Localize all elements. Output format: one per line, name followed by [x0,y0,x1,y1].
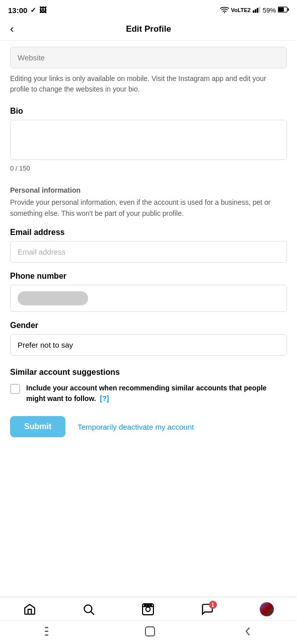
status-time: 13:00 [8,6,27,15]
svg-point-14 [147,604,148,606]
actions-row: Submit Temporarily deactivate my account [10,416,287,437]
svg-rect-2 [255,9,256,13]
email-input[interactable] [10,241,287,263]
signal-text: VoLTE2 [231,7,251,13]
battery-percent: 59% [263,7,276,14]
website-input[interactable] [10,47,287,68]
status-left: 13:00 ✓ 🖼 [8,6,46,15]
email-label: Email address [10,228,287,237]
gender-label: Gender [10,321,287,330]
svg-rect-17 [45,631,48,632]
svg-rect-3 [257,8,258,13]
svg-point-0 [224,12,225,13]
vivaldi-icon: ✓ [30,6,36,14]
status-right: VoLTE2 59% [220,6,289,15]
suggestions-checkbox[interactable] [10,384,20,394]
svg-point-11 [146,607,151,612]
image-icon: 🖼 [39,6,46,14]
bio-group: Bio 0 / 150 [10,107,287,172]
home-button[interactable] [145,626,155,636]
system-nav [0,620,297,644]
svg-rect-1 [253,10,254,13]
back-button[interactable]: ‹ [8,21,16,38]
bio-label: Bio [10,107,287,116]
status-bar: 13:00 ✓ 🖼 VoLTE2 59% [0,0,297,18]
svg-point-8 [85,605,92,612]
gender-group: Gender [10,321,287,356]
header: ‹ Edit Profile [0,18,297,41]
nav-home[interactable] [23,603,36,616]
system-back-button[interactable] [244,626,252,637]
suggestions-help-link[interactable]: [?] [100,394,109,403]
battery-icon [278,7,289,14]
svg-rect-18 [45,634,48,636]
wifi-icon [220,6,229,15]
suggestions-label: Similar account suggestions [10,368,287,377]
suggestions-text: Include your account when recommending s… [26,383,287,404]
phone-field[interactable] [10,285,287,312]
phone-masked-value [18,291,88,305]
svg-point-13 [144,604,146,606]
page-title: Edit Profile [126,24,171,34]
recent-apps-button[interactable] [45,627,56,636]
personal-info-heading: Personal information [10,186,287,194]
gender-input[interactable] [10,334,287,356]
svg-rect-7 [287,8,289,11]
phone-group: Phone number [10,272,287,312]
svg-rect-4 [259,7,260,13]
nav-reels[interactable] [141,603,155,616]
svg-rect-6 [278,7,284,11]
email-group: Email address [10,228,287,263]
svg-rect-19 [145,627,155,636]
bottom-nav: 1 [0,597,297,620]
suggestions-row: Include your account when recommending s… [10,383,287,404]
signal-bars-icon [253,6,261,15]
svg-point-15 [150,604,152,606]
website-note: Editing your links is only available on … [10,73,287,95]
avatar [260,602,274,616]
svg-line-9 [91,612,94,615]
phone-label: Phone number [10,272,287,281]
svg-rect-16 [45,627,48,628]
nav-search[interactable] [82,603,95,616]
submit-button[interactable]: Submit [10,416,65,437]
messages-badge: 1 [209,601,217,609]
bio-counter: 0 / 150 [10,165,287,172]
main-content: Editing your links is only available on … [0,41,297,597]
deactivate-link[interactable]: Temporarily deactivate my account [78,423,194,431]
nav-messages[interactable]: 1 [201,603,214,616]
bio-textarea[interactable] [10,120,287,160]
suggestions-section: Similar account suggestions Include your… [10,368,287,404]
nav-profile[interactable] [260,602,274,616]
personal-info-note: Provide your personal information, even … [10,197,287,219]
